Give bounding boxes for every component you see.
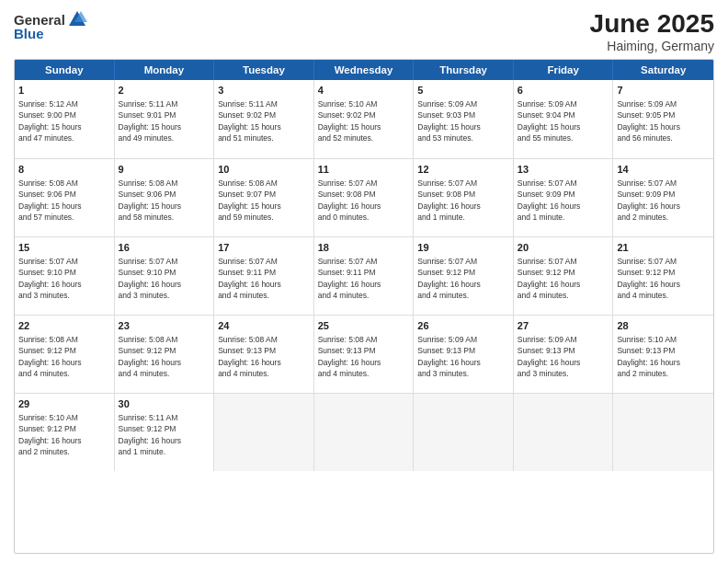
table-row: 24Sunrise: 5:08 AMSunset: 9:13 PMDayligh… [214, 316, 314, 393]
table-row: 18Sunrise: 5:07 AMSunset: 9:11 PMDayligh… [314, 237, 415, 315]
week-5: 29Sunrise: 5:10 AMSunset: 9:12 PMDayligh… [15, 393, 713, 471]
week-4: 22Sunrise: 5:08 AMSunset: 9:12 PMDayligh… [15, 315, 713, 393]
table-row: 27Sunrise: 5:09 AMSunset: 9:13 PMDayligh… [514, 316, 614, 393]
page: General Blue June 2025 Haiming, Germany … [0, 0, 728, 563]
logo-blue: Blue [14, 26, 44, 41]
table-row: 17Sunrise: 5:07 AMSunset: 9:11 PMDayligh… [214, 237, 314, 315]
table-row: 19Sunrise: 5:07 AMSunset: 9:12 PMDayligh… [414, 237, 514, 315]
header-saturday: Saturday [613, 60, 713, 80]
table-row: 15Sunrise: 5:07 AMSunset: 9:10 PMDayligh… [15, 237, 115, 315]
table-row: 25Sunrise: 5:08 AMSunset: 9:13 PMDayligh… [314, 316, 415, 393]
table-row: 26Sunrise: 5:09 AMSunset: 9:13 PMDayligh… [414, 316, 514, 393]
logo: General Blue [14, 9, 87, 41]
header: General Blue June 2025 Haiming, Germany [14, 9, 714, 53]
table-row: 29Sunrise: 5:10 AMSunset: 9:12 PMDayligh… [15, 394, 115, 471]
table-row: 14Sunrise: 5:07 AMSunset: 9:09 PMDayligh… [613, 159, 713, 236]
table-row [514, 394, 614, 471]
table-row: 23Sunrise: 5:08 AMSunset: 9:12 PMDayligh… [115, 316, 215, 393]
calendar: Sunday Monday Tuesday Wednesday Thursday… [14, 59, 714, 554]
table-row: 5Sunrise: 5:09 AMSunset: 9:03 PMDaylight… [414, 80, 514, 158]
table-row: 4Sunrise: 5:10 AMSunset: 9:02 PMDaylight… [314, 80, 415, 158]
table-row: 3Sunrise: 5:11 AMSunset: 9:02 PMDaylight… [214, 80, 314, 158]
header-monday: Monday [115, 60, 215, 80]
table-row [214, 394, 314, 471]
table-row: 6Sunrise: 5:09 AMSunset: 9:04 PMDaylight… [514, 80, 614, 158]
week-3: 15Sunrise: 5:07 AMSunset: 9:10 PMDayligh… [15, 236, 713, 315]
table-row: 1Sunrise: 5:12 AMSunset: 9:00 PMDaylight… [15, 80, 115, 158]
logo-general: General [14, 12, 65, 28]
table-row: 12Sunrise: 5:07 AMSunset: 9:08 PMDayligh… [414, 159, 514, 236]
calendar-body: 1Sunrise: 5:12 AMSunset: 9:00 PMDaylight… [15, 80, 713, 549]
table-row: 2Sunrise: 5:11 AMSunset: 9:01 PMDaylight… [115, 80, 215, 158]
logo-icon [67, 9, 87, 29]
header-friday: Friday [514, 60, 614, 80]
table-row [314, 394, 415, 471]
table-row: 13Sunrise: 5:07 AMSunset: 9:09 PMDayligh… [514, 159, 614, 236]
table-row: 20Sunrise: 5:07 AMSunset: 9:12 PMDayligh… [514, 237, 614, 315]
table-row: 22Sunrise: 5:08 AMSunset: 9:12 PMDayligh… [15, 316, 115, 393]
table-row: 9Sunrise: 5:08 AMSunset: 9:06 PMDaylight… [115, 159, 215, 236]
table-row [613, 394, 713, 471]
table-row: 7Sunrise: 5:09 AMSunset: 9:05 PMDaylight… [613, 80, 713, 158]
header-wednesday: Wednesday [314, 60, 415, 80]
header-thursday: Thursday [414, 60, 514, 80]
table-row: 21Sunrise: 5:07 AMSunset: 9:12 PMDayligh… [613, 237, 713, 315]
location: Haiming, Germany [590, 39, 714, 53]
table-row: 11Sunrise: 5:07 AMSunset: 9:08 PMDayligh… [314, 159, 415, 236]
title-block: June 2025 Haiming, Germany [590, 9, 714, 53]
table-row: 28Sunrise: 5:10 AMSunset: 9:13 PMDayligh… [613, 316, 713, 393]
month-title: June 2025 [590, 9, 714, 39]
table-row: 16Sunrise: 5:07 AMSunset: 9:10 PMDayligh… [115, 237, 215, 315]
header-tuesday: Tuesday [214, 60, 314, 80]
table-row: 10Sunrise: 5:08 AMSunset: 9:07 PMDayligh… [214, 159, 314, 236]
week-1: 1Sunrise: 5:12 AMSunset: 9:00 PMDaylight… [15, 80, 713, 158]
header-sunday: Sunday [15, 60, 115, 80]
week-2: 8Sunrise: 5:08 AMSunset: 9:06 PMDaylight… [15, 158, 713, 236]
table-row: 8Sunrise: 5:08 AMSunset: 9:06 PMDaylight… [15, 159, 115, 236]
table-row [414, 394, 514, 471]
calendar-header: Sunday Monday Tuesday Wednesday Thursday… [15, 60, 713, 80]
table-row: 30Sunrise: 5:11 AMSunset: 9:12 PMDayligh… [115, 394, 215, 471]
